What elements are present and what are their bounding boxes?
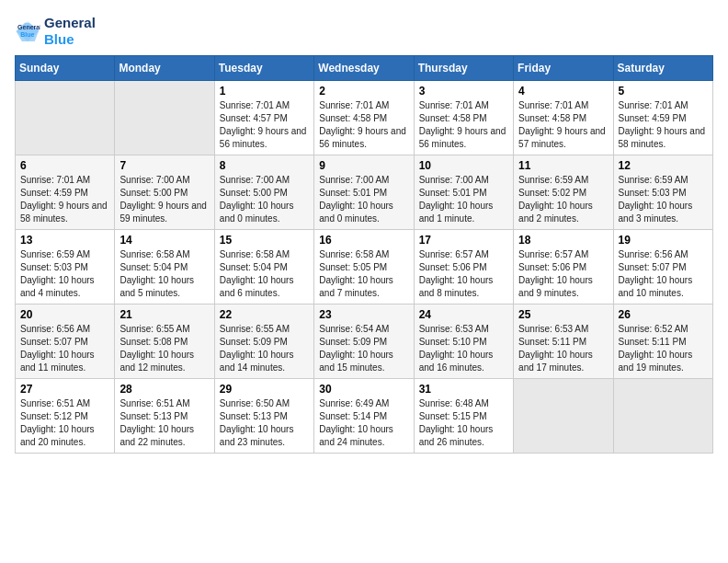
col-thursday: Thursday (414, 56, 513, 81)
day-number: 27 (20, 383, 109, 396)
day-number: 30 (319, 383, 408, 396)
day-number: 7 (119, 159, 209, 172)
day-cell: 30Sunrise: 6:49 AM Sunset: 5:14 PM Dayli… (314, 379, 414, 454)
day-cell: 28Sunrise: 6:51 AM Sunset: 5:13 PM Dayli… (115, 379, 214, 454)
day-info: Sunrise: 7:00 AM Sunset: 5:00 PM Dayligh… (119, 174, 209, 225)
day-info: Sunrise: 6:51 AM Sunset: 5:12 PM Dayligh… (20, 397, 109, 449)
day-cell: 18Sunrise: 6:57 AM Sunset: 5:06 PM Dayli… (514, 230, 613, 304)
header-row: Sunday Monday Tuesday Wednesday Thursday… (16, 56, 713, 81)
day-cell: 31Sunrise: 6:48 AM Sunset: 5:15 PM Dayli… (414, 379, 513, 454)
day-number: 14 (119, 234, 209, 247)
day-number: 22 (220, 308, 309, 321)
day-cell: 23Sunrise: 6:54 AM Sunset: 5:09 PM Dayli… (314, 304, 414, 379)
day-cell: 7Sunrise: 7:00 AM Sunset: 5:00 PM Daylig… (115, 155, 214, 230)
day-number: 24 (419, 308, 508, 321)
day-number: 2 (319, 85, 408, 98)
day-number: 10 (419, 159, 508, 172)
day-number: 13 (20, 234, 109, 247)
day-cell: 14Sunrise: 6:58 AM Sunset: 5:04 PM Dayli… (115, 230, 214, 304)
day-info: Sunrise: 6:55 AM Sunset: 5:09 PM Dayligh… (220, 323, 309, 374)
day-number: 8 (220, 159, 309, 172)
day-info: Sunrise: 6:59 AM Sunset: 5:02 PM Dayligh… (518, 174, 608, 225)
day-info: Sunrise: 7:01 AM Sunset: 4:57 PM Dayligh… (220, 99, 309, 151)
day-cell: 19Sunrise: 6:56 AM Sunset: 5:07 PM Dayli… (613, 230, 712, 304)
day-number: 23 (319, 308, 408, 321)
day-cell: 27Sunrise: 6:51 AM Sunset: 5:12 PM Dayli… (16, 379, 115, 454)
logo-icon: General Blue (15, 18, 40, 44)
day-cell: 5Sunrise: 7:01 AM Sunset: 4:59 PM Daylig… (613, 81, 712, 155)
day-info: Sunrise: 6:55 AM Sunset: 5:08 PM Dayligh… (119, 323, 209, 374)
week-row-5: 27Sunrise: 6:51 AM Sunset: 5:12 PM Dayli… (16, 379, 713, 454)
day-info: Sunrise: 6:51 AM Sunset: 5:13 PM Dayligh… (119, 397, 209, 449)
col-friday: Friday (514, 56, 613, 81)
svg-text:Blue: Blue (20, 31, 34, 38)
day-number: 3 (419, 85, 508, 98)
day-info: Sunrise: 6:53 AM Sunset: 5:11 PM Dayligh… (518, 323, 608, 374)
day-number: 21 (119, 308, 209, 321)
day-cell: 13Sunrise: 6:59 AM Sunset: 5:03 PM Dayli… (16, 230, 115, 304)
day-cell (115, 81, 214, 155)
day-number: 6 (20, 159, 109, 172)
week-row-4: 20Sunrise: 6:56 AM Sunset: 5:07 PM Dayli… (16, 304, 713, 379)
day-info: Sunrise: 6:58 AM Sunset: 5:04 PM Dayligh… (220, 248, 309, 300)
day-info: Sunrise: 7:00 AM Sunset: 5:00 PM Dayligh… (220, 174, 309, 225)
week-row-2: 6Sunrise: 7:01 AM Sunset: 4:59 PM Daylig… (16, 155, 713, 230)
day-cell: 29Sunrise: 6:50 AM Sunset: 5:13 PM Dayli… (214, 379, 313, 454)
col-tuesday: Tuesday (214, 56, 313, 81)
day-number: 29 (220, 383, 309, 396)
col-monday: Monday (115, 56, 214, 81)
day-number: 25 (518, 308, 608, 321)
calendar-body: 1Sunrise: 7:01 AM Sunset: 4:57 PM Daylig… (16, 81, 713, 454)
week-row-3: 13Sunrise: 6:59 AM Sunset: 5:03 PM Dayli… (16, 230, 713, 304)
day-number: 19 (619, 234, 708, 247)
day-number: 5 (619, 85, 708, 98)
day-cell: 21Sunrise: 6:55 AM Sunset: 5:08 PM Dayli… (115, 304, 214, 379)
calendar-table: Sunday Monday Tuesday Wednesday Thursday… (15, 55, 713, 454)
day-cell: 6Sunrise: 7:01 AM Sunset: 4:59 PM Daylig… (16, 155, 115, 230)
day-info: Sunrise: 6:48 AM Sunset: 5:15 PM Dayligh… (419, 397, 508, 449)
day-info: Sunrise: 6:59 AM Sunset: 5:03 PM Dayligh… (20, 248, 109, 300)
day-cell: 24Sunrise: 6:53 AM Sunset: 5:10 PM Dayli… (414, 304, 513, 379)
header: General Blue General Blue (15, 15, 713, 48)
day-cell: 25Sunrise: 6:53 AM Sunset: 5:11 PM Dayli… (514, 304, 613, 379)
col-wednesday: Wednesday (314, 56, 414, 81)
day-info: Sunrise: 6:50 AM Sunset: 5:13 PM Dayligh… (220, 397, 309, 449)
day-info: Sunrise: 7:01 AM Sunset: 4:58 PM Dayligh… (419, 99, 508, 151)
day-info: Sunrise: 7:01 AM Sunset: 4:59 PM Dayligh… (619, 99, 708, 151)
day-info: Sunrise: 7:01 AM Sunset: 4:59 PM Dayligh… (20, 174, 109, 225)
day-info: Sunrise: 6:53 AM Sunset: 5:10 PM Dayligh… (419, 323, 508, 374)
day-number: 11 (518, 159, 608, 172)
day-info: Sunrise: 6:58 AM Sunset: 5:05 PM Dayligh… (319, 248, 408, 300)
day-number: 16 (319, 234, 408, 247)
day-cell: 17Sunrise: 6:57 AM Sunset: 5:06 PM Dayli… (414, 230, 513, 304)
day-cell (613, 379, 712, 454)
day-number: 15 (220, 234, 309, 247)
day-number: 18 (518, 234, 608, 247)
day-info: Sunrise: 6:58 AM Sunset: 5:04 PM Dayligh… (119, 248, 209, 300)
day-number: 28 (119, 383, 209, 396)
day-number: 20 (20, 308, 109, 321)
calendar-header: Sunday Monday Tuesday Wednesday Thursday… (16, 56, 713, 81)
day-cell (514, 379, 613, 454)
logo-text: General Blue (44, 15, 96, 48)
day-info: Sunrise: 7:00 AM Sunset: 5:01 PM Dayligh… (419, 174, 508, 225)
day-cell: 20Sunrise: 6:56 AM Sunset: 5:07 PM Dayli… (16, 304, 115, 379)
day-info: Sunrise: 6:59 AM Sunset: 5:03 PM Dayligh… (619, 174, 708, 225)
day-info: Sunrise: 6:54 AM Sunset: 5:09 PM Dayligh… (319, 323, 408, 374)
day-cell: 22Sunrise: 6:55 AM Sunset: 5:09 PM Dayli… (214, 304, 313, 379)
day-cell: 1Sunrise: 7:01 AM Sunset: 4:57 PM Daylig… (214, 81, 313, 155)
day-number: 26 (619, 308, 708, 321)
day-cell: 10Sunrise: 7:00 AM Sunset: 5:01 PM Dayli… (414, 155, 513, 230)
day-info: Sunrise: 6:49 AM Sunset: 5:14 PM Dayligh… (319, 397, 408, 449)
day-number: 31 (419, 383, 508, 396)
day-info: Sunrise: 6:52 AM Sunset: 5:11 PM Dayligh… (619, 323, 708, 374)
week-row-1: 1Sunrise: 7:01 AM Sunset: 4:57 PM Daylig… (16, 81, 713, 155)
day-cell: 9Sunrise: 7:00 AM Sunset: 5:01 PM Daylig… (314, 155, 414, 230)
day-cell: 16Sunrise: 6:58 AM Sunset: 5:05 PM Dayli… (314, 230, 414, 304)
col-sunday: Sunday (16, 56, 115, 81)
day-number: 1 (220, 85, 309, 98)
day-cell (16, 81, 115, 155)
day-number: 12 (619, 159, 708, 172)
day-number: 4 (518, 85, 608, 98)
day-number: 9 (319, 159, 408, 172)
